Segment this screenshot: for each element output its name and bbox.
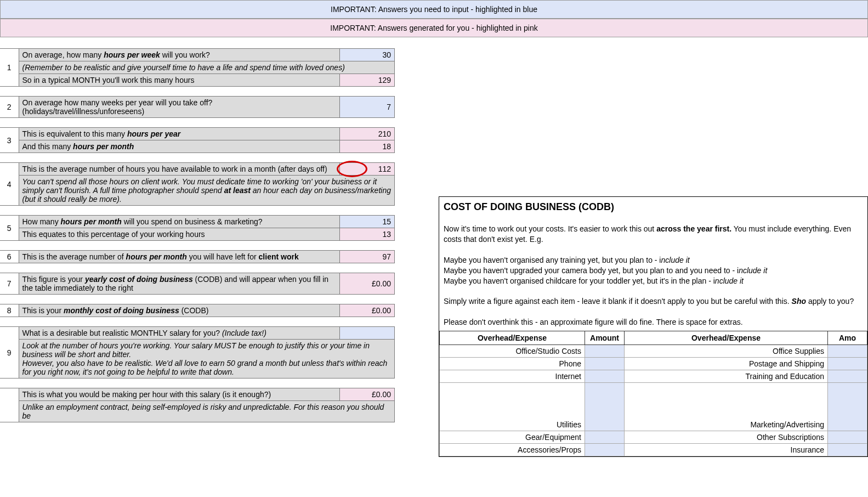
right-codb-section: ➔ COST OF DOING BUSINESS (CODB) Now it's… xyxy=(395,37,868,457)
note-dedicate-time: You can't spend all those hours on clien… xyxy=(19,176,395,206)
val-marketing-hours[interactable]: 15 xyxy=(340,216,395,228)
amt-gear[interactable] xyxy=(585,431,625,444)
amt-utilities[interactable] xyxy=(585,383,625,431)
amt-phone[interactable] xyxy=(585,358,625,370)
exp-gear: Gear/Equipment xyxy=(440,431,585,444)
q-hours-per-month-off: And this many hours per month xyxy=(19,140,340,153)
q-monthly-codb: This is your monthly cost of doing busin… xyxy=(19,304,340,317)
amt-insurance[interactable] xyxy=(828,444,867,456)
row-num-2: 2 xyxy=(0,97,19,118)
q-marketing-pct: This equates to this percentage of your … xyxy=(19,228,340,241)
q-marketing-hours: How many hours per month will you spend … xyxy=(19,216,340,228)
val-salary[interactable] xyxy=(340,327,395,340)
exp-office-studio: Office/Studio Costs xyxy=(440,345,585,358)
exp-training: Training and Education xyxy=(625,370,828,383)
exp-postage: Postage and Shipping xyxy=(625,358,828,370)
q-client-hours: This is the average number of hours per … xyxy=(19,251,340,263)
row-num-3: 3 xyxy=(0,128,19,153)
q-per-hour: This is what you would be making per hou… xyxy=(19,388,340,401)
th-overhead-1: Overhead/Expense xyxy=(440,331,585,345)
calc-table: 1 On average, how many hours per week wi… xyxy=(0,48,395,422)
row-num-4: 4 xyxy=(0,163,19,206)
exp-internet: Internet xyxy=(440,370,585,383)
amt-internet[interactable] xyxy=(585,370,625,383)
row-num-10 xyxy=(0,388,19,422)
val-avail-hours: 112 xyxy=(340,163,395,176)
q-yearly-codb: This figure is your yearly cost of doing… xyxy=(19,273,340,295)
q-hours-per-year: This is equivalent to this many hours pe… xyxy=(19,128,340,140)
codb-title: COST OF DOING BUSINESS (CODB) xyxy=(444,200,863,213)
exp-accessories: Accessories/Props xyxy=(440,444,585,456)
val-marketing-pct: 13 xyxy=(340,228,395,241)
th-amount-1: Amount xyxy=(585,331,625,345)
val-per-hour: £0.00 xyxy=(340,388,395,401)
amt-subs[interactable] xyxy=(828,431,867,444)
row-num-8: 8 xyxy=(0,304,19,317)
val-yearly-codb: £0.00 xyxy=(340,273,395,295)
codb-instr: Simply write a figure against each item … xyxy=(444,296,863,307)
q-weeks-off: On average how many weeks per year will … xyxy=(19,97,340,118)
codb-panel: COST OF DOING BUSINESS (CODB) Now it's t… xyxy=(439,196,868,457)
banner-input-note: IMPORTANT: Answers you need to input - h… xyxy=(0,0,868,19)
val-hours-per-year: 210 xyxy=(340,128,395,140)
note-realistic: (Remember to be realistic and give yours… xyxy=(19,61,395,74)
val-hours-per-month-off: 18 xyxy=(340,140,395,153)
exp-office-supplies: Office Supplies xyxy=(625,345,828,358)
q-salary: What is a desirable but realistic MONTHL… xyxy=(19,327,340,340)
th-amount-2: Amo xyxy=(828,331,867,345)
note-self-employed: Unlike an employment contract, being sel… xyxy=(19,401,395,422)
exp-insurance: Insurance xyxy=(625,444,828,456)
amt-postage[interactable] xyxy=(828,358,867,370)
amt-training[interactable] xyxy=(828,370,867,383)
note-salary: Look at the number of hours you're worki… xyxy=(19,340,395,379)
codb-intro: Now it's time to work out your costs. It… xyxy=(444,224,863,245)
q-avail-hours: This is the average number of hours you … xyxy=(19,163,340,176)
annotation-circle xyxy=(337,161,367,177)
val-weeks-off[interactable]: 7 xyxy=(340,97,395,118)
val-client-hours: 97 xyxy=(340,251,395,263)
amt-accessories[interactable] xyxy=(585,444,625,456)
codb-expense-table: Overhead/Expense Amount Overhead/Expense… xyxy=(439,331,867,456)
codb-eg2: Maybe you haven't upgraded your camera b… xyxy=(444,266,863,276)
codb-approx: Please don't overthink this - an approxi… xyxy=(444,317,863,327)
val-monthly-codb: £0.00 xyxy=(340,304,395,317)
banner-output-note: IMPORTANT: Answers generated for you - h… xyxy=(0,19,868,37)
q-hours-per-week: On average, how many hours per week will… xyxy=(19,49,340,61)
exp-marketing: Marketing/Advertising xyxy=(625,383,828,431)
row-num-1: 1 xyxy=(0,49,19,87)
row-num-5: 5 xyxy=(0,216,19,241)
row-num-6: 6 xyxy=(0,251,19,263)
val-month-hours: 129 xyxy=(340,74,395,87)
codb-eg3: Maybe you haven't organised childcare fo… xyxy=(444,276,863,286)
val-hours-per-week[interactable]: 30 xyxy=(340,49,395,61)
exp-utilities: Utilities xyxy=(440,383,585,431)
exp-phone: Phone xyxy=(440,358,585,370)
amt-office-supplies[interactable] xyxy=(828,345,867,358)
row-num-9: 9 xyxy=(0,327,19,379)
amt-office-studio[interactable] xyxy=(585,345,625,358)
exp-subs: Other Subscriptions xyxy=(625,431,828,444)
th-overhead-2: Overhead/Expense xyxy=(625,331,828,345)
amt-marketing[interactable] xyxy=(828,383,867,431)
row-num-7: 7 xyxy=(0,273,19,295)
codb-eg1: Maybe you haven't organised any training… xyxy=(444,255,863,266)
q-month-hours: So in a typical MONTH you'll work this m… xyxy=(19,74,340,87)
left-calculator-section: 1 On average, how many hours per week wi… xyxy=(0,37,395,457)
